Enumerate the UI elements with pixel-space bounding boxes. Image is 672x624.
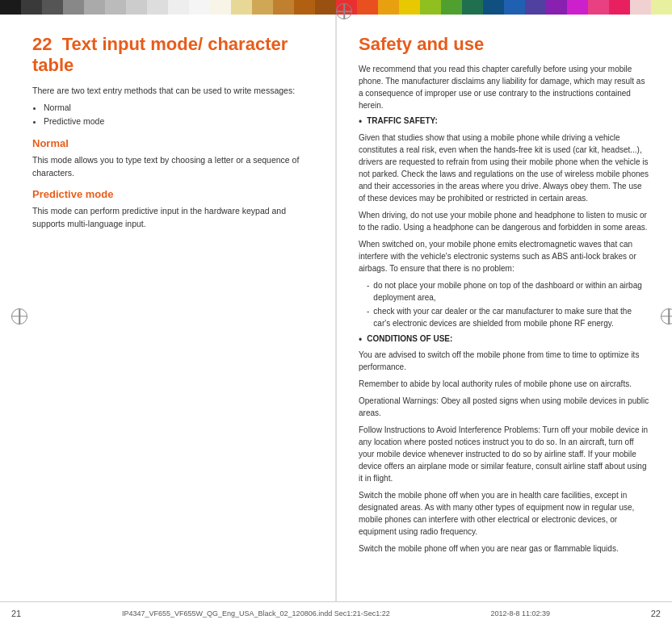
conditions-p4: Follow Instructions to Avoid Interferenc…: [359, 424, 649, 484]
conditions-p1: You are advised to switch off the mobile…: [359, 349, 649, 373]
column-divider: [336, 15, 337, 601]
cbr-5: [420, 0, 441, 15]
cbr-3: [378, 0, 399, 15]
cb-12: [231, 0, 252, 15]
dash-item-1: - do not place your mobile phone on top …: [367, 279, 649, 304]
traffic-safety-p1: Given that studies show that using a mob…: [359, 132, 649, 204]
bullet-list: Normal Predictive mode: [44, 101, 313, 130]
chapter-heading: 22 Text input mode/ character table: [32, 34, 313, 77]
intro-text: There are two text entry methods that ca…: [32, 85, 313, 98]
cb-7: [126, 0, 147, 15]
dash-2: -: [367, 305, 369, 317]
page-number-right: 22: [651, 609, 661, 618]
conditions-p2: Remember to abide by local authority rul…: [359, 378, 649, 390]
cb-15: [294, 0, 315, 15]
cbr-12: [567, 0, 588, 15]
cbr-11: [546, 0, 567, 15]
dash-item-2: - check with your car dealer or the car …: [367, 305, 649, 329]
traffic-safety-heading-row: • TRAFFIC SAFETY:: [359, 116, 649, 129]
conditions-p5: Switch the mobile phone off when you are…: [359, 489, 649, 538]
date-info: 2012-8-8 11:02:39: [490, 609, 550, 618]
cb-6: [105, 0, 126, 15]
dash-item-1-text: do not place your mobile phone on top of…: [373, 279, 649, 304]
cb-11: [210, 0, 231, 15]
cbr-13: [588, 0, 609, 15]
file-info: IP4347_VF655_VF655W_QG_Eng_USA_Black_02_…: [122, 609, 390, 618]
dash-1: -: [367, 279, 369, 291]
safety-intro: We recommend that you read this chapter …: [359, 63, 649, 111]
color-bar-left: [0, 0, 336, 15]
bullet-dot-1: •: [359, 116, 362, 129]
conditions-heading-row: • CONDITIONS OF USE:: [359, 334, 649, 347]
traffic-safety-heading: TRAFFIC SAFETY:: [367, 116, 438, 125]
bullet-item-1: Normal: [44, 101, 313, 115]
bullet-item-2: Predictive mode: [44, 115, 313, 129]
conditions-p6: Switch the mobile phone off when you are…: [359, 542, 649, 555]
traffic-safety-p2: When driving, do not use your mobile pho…: [359, 209, 649, 233]
cbr-9: [504, 0, 525, 15]
left-column: 22 Text input mode/ character table Ther…: [0, 15, 336, 601]
bullet-dot-2: •: [359, 334, 362, 347]
cb-14: [273, 0, 294, 15]
cbr-8: [483, 0, 504, 15]
cb-4: [63, 0, 84, 15]
cb-1: [0, 0, 21, 15]
chapter-number: 22: [32, 34, 52, 54]
cbr-15: [630, 0, 651, 15]
cb-16: [315, 0, 336, 15]
cb-3: [42, 0, 63, 15]
cb-13: [252, 0, 273, 15]
cbr-16: [651, 0, 672, 15]
normal-body: This mode allows you to type text by cho…: [32, 153, 313, 180]
cb-9: [168, 0, 189, 15]
predictive-heading: Predictive mode: [32, 188, 313, 200]
conditions-p3: Operational Warnings: Obey all posted si…: [359, 395, 649, 419]
traffic-safety-p3: When switched on, your mobile phone emit…: [359, 238, 649, 274]
cbr-2: [357, 0, 378, 15]
chapter-title: Text input mode/ character table: [32, 34, 288, 75]
predictive-body: This mode can perform predictive input i…: [32, 204, 313, 231]
normal-heading: Normal: [32, 137, 313, 149]
conditions-heading: CONDITIONS OF USE:: [367, 334, 452, 343]
color-bar-right: [336, 0, 672, 15]
cb-2: [21, 0, 42, 15]
cbr-6: [441, 0, 462, 15]
right-column: Safety and use We recommend that you rea…: [336, 15, 672, 601]
cbr-10: [525, 0, 546, 15]
cbr-14: [609, 0, 630, 15]
dash-item-2-text: check with your car dealer or the car ma…: [373, 305, 649, 329]
safety-heading: Safety and use: [359, 34, 649, 55]
bottom-bar: 21 IP4347_VF655_VF655W_QG_Eng_USA_Black_…: [0, 601, 672, 624]
traffic-safety-dash-list: - do not place your mobile phone on top …: [367, 279, 649, 329]
cb-5: [84, 0, 105, 15]
cbr-7: [462, 0, 483, 15]
cb-10: [189, 0, 210, 15]
cbr-4: [399, 0, 420, 15]
page-number-left: 21: [11, 609, 21, 618]
cb-8: [147, 0, 168, 15]
